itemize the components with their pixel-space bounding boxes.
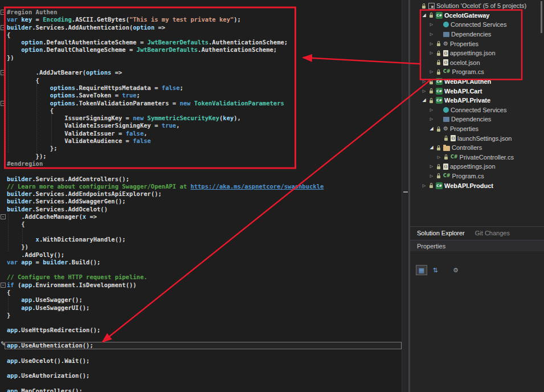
expander-closed-icon[interactable]: ▷ <box>428 20 435 29</box>
code-line[interactable]: - .AddCacheManager(x => <box>5 213 402 220</box>
code-line[interactable]: options.SaveToken = true; <box>5 92 402 99</box>
expander-closed-icon[interactable]: ▷ <box>428 67 435 76</box>
expander-open-icon[interactable]: ◢ <box>428 143 435 152</box>
tree-row[interactable]: ▷C#PrivateController.cs <box>410 153 540 162</box>
expander-closed-icon[interactable]: ▷ <box>428 115 435 124</box>
code-line[interactable] <box>5 62 402 69</box>
code-line[interactable]: IssuerSigningKey = new SymmetricSecurity… <box>5 115 402 122</box>
code-line[interactable]: app.UseSwagger(); <box>5 296 402 304</box>
code-line[interactable]: ValidateAudience = false <box>5 137 402 145</box>
code-line[interactable]: var key = Encoding.ASCII.GetBytes("This … <box>5 16 402 23</box>
code-line[interactable]: // Learn more about configuring Swagger/… <box>5 183 402 190</box>
tree-row[interactable]: ▷Dependencies <box>410 115 540 124</box>
code-line[interactable]: { <box>5 31 402 39</box>
fold-collapse-icon[interactable]: - <box>1 10 6 15</box>
code-line[interactable]: }) <box>5 54 402 62</box>
tree-row[interactable]: ▷Connected Services <box>410 105 540 115</box>
expander-closed-icon[interactable]: ▷ <box>421 181 427 190</box>
expander-open-icon[interactable]: ◢ <box>421 96 427 105</box>
tree-row[interactable]: ▷C#WebAPI.Authen <box>410 77 540 87</box>
expander-closed-icon[interactable]: ▷ <box>436 153 442 162</box>
expander-closed-icon[interactable]: ▷ <box>428 48 435 58</box>
tree-row[interactable]: {}ocelot.json <box>410 58 540 68</box>
code-line[interactable]: app.MapControllers(); <box>5 387 402 392</box>
expander-closed-icon[interactable]: ▷ <box>428 105 435 115</box>
code-line[interactable]: app.UseOcelot().Wait(); <box>5 357 402 365</box>
fold-collapse-icon[interactable]: - <box>1 101 6 106</box>
code-line[interactable]: - .AddJwtBearer(options => <box>5 69 402 76</box>
code-line[interactable] <box>5 228 402 236</box>
code-line[interactable]: builder.Services.AddControllers(); <box>5 175 402 183</box>
code-line[interactable]: builder.Services.AddEndpointsApiExplorer… <box>5 190 402 198</box>
code-line[interactable]: }); <box>5 153 402 160</box>
code-line[interactable]: -if (app.Environment.IsDevelopment()) <box>5 281 402 289</box>
expander-closed-icon[interactable]: ▷ <box>428 30 435 39</box>
code-line[interactable]: options.RequireHttpsMetadata = false; <box>5 84 402 92</box>
alphabetical-sort-icon[interactable]: ⇅ <box>430 265 441 275</box>
code-line[interactable] <box>5 266 402 273</box>
tab-git-changes[interactable]: Git Changes <box>475 230 510 236</box>
categorized-icon[interactable]: ▦ <box>416 265 427 275</box>
panel-scrollbar-thumb[interactable] <box>541 1 542 33</box>
code-line[interactable] <box>5 334 402 342</box>
tree-row[interactable]: ▷C#WebAPI.Product <box>410 181 540 190</box>
code-line[interactable]: ValidateIssuerSigningKey = true, <box>5 122 402 129</box>
code-line[interactable]: app.UseSwaggerUI(); <box>5 304 402 312</box>
tab-solution-explorer[interactable]: Solution Explorer <box>417 230 465 236</box>
code-line[interactable]: }; <box>5 145 402 152</box>
code-line[interactable]: { <box>5 289 402 296</box>
code-line[interactable]: }) <box>5 243 402 251</box>
code-line[interactable]: { <box>5 77 402 84</box>
tree-row[interactable]: Solution 'Ocelot' (5 of 5 projects) <box>410 1 540 11</box>
tree-row[interactable]: ▷C#WebAPI.Cart <box>410 86 540 96</box>
code-line[interactable]: app.UseAuthentication(); <box>5 342 402 349</box>
tree-row[interactable]: ◢Controllers <box>410 143 540 153</box>
tree-row[interactable]: ▷C#Program.cs <box>410 172 540 181</box>
tree-row[interactable]: ▷Dependencies <box>410 30 540 39</box>
code-line[interactable]: option.DefaultAuthenticateScheme = JwtBe… <box>5 39 402 46</box>
code-line[interactable]: x.WithDictionaryHandle(); <box>5 236 402 243</box>
code-line[interactable]: - options.TokenValidationParameters = ne… <box>5 100 402 107</box>
fold-collapse-icon[interactable]: - <box>1 283 6 288</box>
tree-row[interactable]: ▷{}appsettings.json <box>410 48 540 58</box>
code-line[interactable]: .AddPolly(); <box>5 251 402 259</box>
tree-row[interactable]: ▷Properties <box>410 39 540 48</box>
tree-row[interactable]: ▷{}appsettings.json <box>410 162 540 172</box>
fold-collapse-icon[interactable]: - <box>1 25 6 30</box>
code-line[interactable] <box>5 365 402 372</box>
tree-row[interactable]: ◢C#OcelotGateway <box>410 11 540 21</box>
code-line[interactable]: -#region Authen <box>5 9 402 16</box>
comment-link[interactable]: https://aka.ms/aspnetcore/swashbuckle <box>190 183 324 190</box>
code-line[interactable]: } <box>5 312 402 319</box>
code-editor[interactable]: -#region Authenvar key = Encoding.ASCII.… <box>0 0 402 392</box>
tree-row[interactable]: ▷Connected Services <box>410 20 540 30</box>
tree-row[interactable]: ◢Properties <box>410 124 540 134</box>
tree-row[interactable]: ▷C#Program.cs <box>410 67 540 77</box>
code-line[interactable]: builder.Services.AddSwaggerGen(); <box>5 198 402 205</box>
code-line[interactable]: // Configure the HTTP request pipeline. <box>5 273 402 281</box>
expander-closed-icon[interactable]: ▷ <box>421 87 427 96</box>
expander-closed-icon[interactable]: ▷ <box>421 77 427 86</box>
expander-closed-icon[interactable]: ▷ <box>428 162 435 171</box>
code-line[interactable] <box>5 349 402 357</box>
code-line[interactable]: app.UseHttpsRedirection(); <box>5 326 402 334</box>
code-line[interactable]: #endregion <box>5 160 402 168</box>
property-pages-icon[interactable]: ⚙ <box>450 265 461 275</box>
fold-collapse-icon[interactable]: - <box>1 70 6 75</box>
code-line[interactable] <box>5 168 402 175</box>
code-line[interactable]: app.UseAuthorization(); <box>5 372 402 379</box>
code-line[interactable]: ValidateIssuer = false, <box>5 130 402 137</box>
code-line[interactable]: -builder.Services.AddAuthentication(opti… <box>5 24 402 31</box>
code-line[interactable] <box>5 319 402 326</box>
code-line[interactable]: option.DefaultChallengeScheme = JwtBeare… <box>5 46 402 54</box>
code-line[interactable] <box>5 380 402 387</box>
expander-closed-icon[interactable]: ▷ <box>428 39 435 48</box>
tree-row[interactable]: ◢C#WebAPI.Private <box>410 96 540 105</box>
expander-open-icon[interactable]: ◢ <box>421 11 427 20</box>
code-line[interactable]: { <box>5 220 402 228</box>
code-line[interactable]: { <box>5 107 402 115</box>
expander-open-icon[interactable]: ◢ <box>428 124 435 133</box>
expander-closed-icon[interactable]: ▷ <box>428 172 435 181</box>
code-line[interactable]: var app = builder.Build(); <box>5 259 402 266</box>
tree-row[interactable]: {}launchSettings.json <box>410 133 540 143</box>
